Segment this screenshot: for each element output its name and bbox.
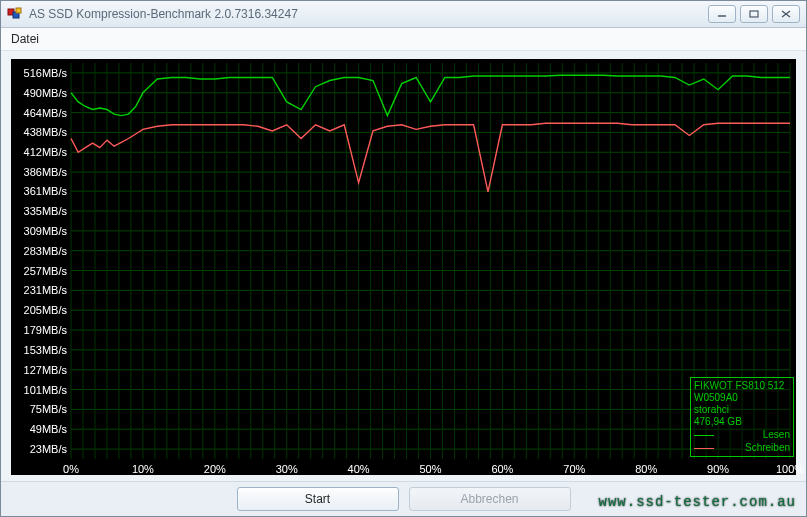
svg-rect-2: [16, 8, 21, 13]
x-tick-label: 30%: [276, 463, 298, 475]
svg-text:438MB/s: 438MB/s: [24, 126, 68, 138]
window-title: AS SSD Kompression-Benchmark 2.0.7316.34…: [29, 7, 702, 21]
svg-text:309MB/s: 309MB/s: [24, 225, 68, 237]
legend-write-label: Schreiben: [745, 442, 790, 454]
maximize-button[interactable]: [740, 5, 768, 23]
x-tick-label: 10%: [132, 463, 154, 475]
svg-text:49MB/s: 49MB/s: [30, 423, 68, 435]
x-tick-label: 50%: [419, 463, 441, 475]
svg-text:412MB/s: 412MB/s: [24, 146, 68, 158]
titlebar: AS SSD Kompression-Benchmark 2.0.7316.34…: [1, 1, 806, 28]
svg-text:231MB/s: 231MB/s: [24, 284, 68, 296]
app-window: AS SSD Kompression-Benchmark 2.0.7316.34…: [0, 0, 807, 517]
x-tick-label: 90%: [707, 463, 729, 475]
legend-capacity: 476,94 GB: [694, 416, 790, 428]
menubar: Datei: [1, 28, 806, 51]
x-tick-label: 0%: [63, 463, 79, 475]
svg-text:464MB/s: 464MB/s: [24, 107, 68, 119]
chart-area: 23MB/s49MB/s75MB/s101MB/s127MB/s153MB/s1…: [11, 59, 796, 475]
legend-read-row: Lesen: [694, 429, 790, 441]
legend-device: FIKWOT FS810 512: [694, 380, 790, 392]
window-buttons: [708, 5, 800, 23]
start-button[interactable]: Start: [237, 487, 399, 511]
x-axis-ticks: 0%10%20%30%40%50%60%70%80%90%100%: [11, 461, 796, 475]
svg-text:516MB/s: 516MB/s: [24, 67, 68, 79]
x-tick-label: 80%: [635, 463, 657, 475]
x-tick-label: 100%: [776, 463, 804, 475]
cancel-button: Abbrechen: [409, 487, 571, 511]
legend-serial: W0509A0: [694, 392, 790, 404]
svg-text:335MB/s: 335MB/s: [24, 205, 68, 217]
x-tick-label: 40%: [348, 463, 370, 475]
svg-text:101MB/s: 101MB/s: [24, 384, 68, 396]
svg-text:23MB/s: 23MB/s: [30, 443, 68, 455]
minimize-button[interactable]: [708, 5, 736, 23]
svg-text:127MB/s: 127MB/s: [24, 364, 68, 376]
legend-write-swatch: [694, 448, 714, 449]
legend-read-swatch: [694, 435, 714, 436]
menu-file[interactable]: Datei: [1, 29, 49, 49]
benchmark-chart: 23MB/s49MB/s75MB/s101MB/s127MB/s153MB/s1…: [11, 59, 796, 475]
x-tick-label: 70%: [563, 463, 585, 475]
legend-write-row: Schreiben: [694, 442, 790, 454]
svg-rect-7: [11, 59, 796, 475]
svg-text:386MB/s: 386MB/s: [24, 166, 68, 178]
bottom-bar: Start Abbrechen www.ssd-tester.com.au: [1, 481, 806, 516]
svg-text:283MB/s: 283MB/s: [24, 245, 68, 257]
legend-driver: storahci: [694, 404, 790, 416]
svg-text:179MB/s: 179MB/s: [24, 324, 68, 336]
svg-rect-4: [750, 11, 758, 17]
legend-box: FIKWOT FS810 512 W0509A0 storahci 476,94…: [690, 377, 794, 457]
app-icon: [7, 6, 23, 22]
svg-text:205MB/s: 205MB/s: [24, 304, 68, 316]
svg-text:257MB/s: 257MB/s: [24, 265, 68, 277]
svg-text:75MB/s: 75MB/s: [30, 403, 68, 415]
watermark-text: www.ssd-tester.com.au: [599, 494, 796, 510]
close-button[interactable]: [772, 5, 800, 23]
x-tick-label: 60%: [491, 463, 513, 475]
svg-text:153MB/s: 153MB/s: [24, 344, 68, 356]
svg-text:490MB/s: 490MB/s: [24, 87, 68, 99]
x-tick-label: 20%: [204, 463, 226, 475]
svg-text:361MB/s: 361MB/s: [24, 185, 68, 197]
legend-read-label: Lesen: [763, 429, 790, 441]
